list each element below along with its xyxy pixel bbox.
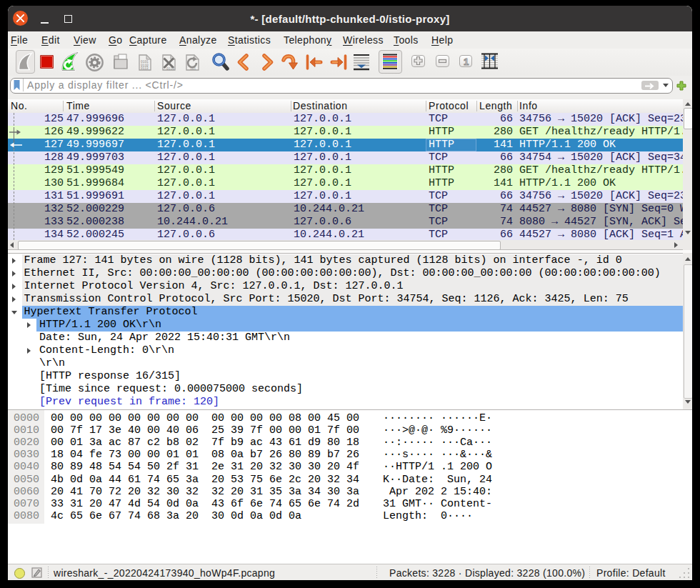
svg-text:0113: 0113 — [166, 67, 174, 71]
svg-text:0113: 0113 — [141, 66, 149, 70]
svg-text:1: 1 — [464, 56, 469, 67]
svg-text:101: 101 — [190, 67, 196, 71]
